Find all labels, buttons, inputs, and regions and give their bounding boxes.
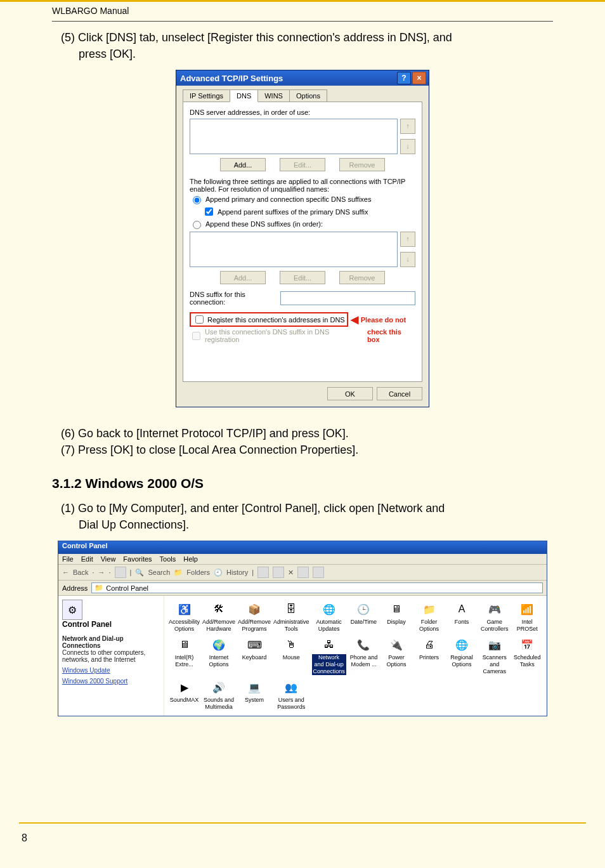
move-down-icon[interactable]: ↓ — [400, 139, 415, 154]
cp-item-icon: 🕒 — [355, 601, 372, 617]
tcpip-dialog: Advanced TCP/IP Settings ? × IP Settings… — [176, 70, 429, 407]
radio-append-these[interactable] — [193, 221, 201, 229]
cp-item-6[interactable]: 🖥Display — [381, 600, 412, 633]
menu-help[interactable]: Help — [183, 555, 198, 563]
cp-item-1[interactable]: 🛠Add/Remove Hardware — [202, 600, 236, 634]
up-icon[interactable] — [115, 567, 126, 578]
check-register-dns[interactable] — [195, 315, 204, 324]
cp-icon-grid: ♿Accessibility Options🛠Add/Remove Hardwa… — [164, 596, 547, 716]
menu-view[interactable]: View — [101, 555, 116, 563]
tb-icon-2[interactable] — [273, 567, 284, 578]
cp-item-label: Automatic Updates — [312, 619, 346, 633]
cp-item-14[interactable]: 🖱Mouse — [273, 635, 310, 668]
cp-item-label: Display — [387, 619, 406, 626]
cp-item-label: Accessibility Options — [169, 619, 200, 633]
cp-item-4[interactable]: 🌐Automatic Updates — [311, 600, 347, 634]
toolbar-search[interactable]: Search — [148, 569, 170, 576]
ok-button[interactable]: OK — [327, 387, 373, 400]
check-append-parent-label: Append parent suffixes of the primary DN… — [218, 208, 368, 216]
cp-item-23[interactable]: 🔊Sounds and Multimedia — [202, 678, 236, 712]
cp-item-2[interactable]: 📦Add/Remove Programs — [237, 600, 271, 634]
cp-item-20[interactable]: 📷Scanners and Cameras — [479, 635, 511, 676]
move-up-icon[interactable]: ↑ — [400, 119, 415, 134]
tab-ip-settings[interactable]: IP Settings — [183, 89, 230, 102]
tab-dns[interactable]: DNS — [230, 89, 258, 102]
dns-server-listbox[interactable] — [190, 119, 398, 154]
cp-item-19[interactable]: 🌐Regional Options — [446, 635, 478, 669]
suffix-edit-button[interactable]: Edit... — [280, 271, 325, 284]
cp-item-13[interactable]: ⌨Keyboard — [237, 635, 271, 668]
toolbar-history[interactable]: History — [226, 569, 248, 576]
step-5-line1: (5) Click [DNS] tab, unselect [Register … — [61, 29, 553, 46]
cp-item-icon: A — [453, 601, 470, 617]
cp-item-9[interactable]: 🎮Game Controllers — [479, 600, 511, 634]
cp-item-10[interactable]: 📶Intel PROSet — [511, 600, 543, 634]
bottom-rule — [19, 822, 586, 824]
cancel-button[interactable]: Cancel — [377, 387, 422, 400]
dns-remove-button[interactable]: Remove — [339, 158, 385, 171]
menu-edit[interactable]: Edit — [81, 555, 93, 563]
cp-item-icon: 🌐 — [321, 601, 337, 617]
check-append-parent[interactable] — [205, 207, 213, 216]
cp-item-label: Add/Remove Hardware — [202, 619, 235, 633]
cp-item-25[interactable]: 👥Users and Passwords — [273, 678, 310, 712]
toolbar-folders[interactable]: Folders — [186, 569, 210, 576]
cp-item-icon: 💻 — [246, 679, 263, 695]
cp-item-24[interactable]: 💻System — [237, 678, 271, 711]
cp-item-12[interactable]: 🌍Internet Options — [202, 635, 236, 669]
cp-item-17[interactable]: 🔌Power Options — [381, 635, 412, 669]
menu-file[interactable]: File — [62, 555, 74, 563]
cp-item-icon: 👥 — [283, 679, 299, 695]
cp-item-label: Printers — [419, 654, 439, 661]
dns-suffix-input[interactable] — [280, 291, 415, 305]
cp-item-21[interactable]: 📅Scheduled Tasks — [511, 635, 543, 669]
close-icon[interactable]: × — [412, 72, 426, 84]
cp-item-15[interactable]: 🖧Network and Dial-up Connections — [311, 635, 347, 676]
cp-item-7[interactable]: 📁Folder Options — [413, 600, 445, 634]
help-icon[interactable]: ? — [397, 72, 411, 84]
suffix-remove-button[interactable]: Remove — [339, 271, 385, 284]
tb-icon-4[interactable] — [313, 567, 324, 578]
cp-item-11[interactable]: 🖥Intel(R) Extre... — [168, 635, 200, 669]
dns-add-button[interactable]: Add... — [220, 158, 266, 171]
cp-item-label: Fonts — [455, 619, 469, 626]
cp-item-icon: 📁 — [421, 601, 438, 617]
suffix-add-button[interactable]: Add... — [220, 271, 266, 284]
tab-wins[interactable]: WINS — [257, 89, 290, 102]
dns-edit-button[interactable]: Edit... — [280, 158, 325, 171]
doc-header: WLBARGO Manual — [52, 6, 553, 16]
cp-left-icon: ⚙ — [62, 600, 82, 620]
cp-item-icon: 📶 — [519, 601, 535, 617]
address-box[interactable]: 📁 Control Panel — [91, 582, 543, 593]
menu-tools[interactable]: Tools — [160, 555, 176, 563]
tab-options[interactable]: Options — [289, 89, 327, 102]
cp-item-16[interactable]: 📞Phone and Modem ... — [348, 635, 380, 669]
cp-item-5[interactable]: 🕒Date/Time — [348, 600, 380, 633]
cp-item-icon: ♿ — [176, 601, 193, 617]
w2k-step-1a: (1) Go to [My Computer], and enter [Cont… — [61, 500, 553, 516]
cp-item-0[interactable]: ♿Accessibility Options — [168, 600, 200, 634]
cp-item-3[interactable]: 🗄Administrative Tools — [273, 600, 310, 634]
dns-suffix-listbox[interactable] — [190, 232, 398, 267]
cp-item-label: Folder Options — [414, 619, 445, 633]
menu-favorites[interactable]: Favorites — [123, 555, 152, 563]
radio-append-these-label: Append these DNS suffixes (in order): — [205, 220, 323, 228]
tb-icon-3[interactable] — [297, 567, 309, 578]
cp-item-icon: 🖧 — [321, 636, 337, 653]
cp-toolbar: ←Back ·→· | 🔍Search 📁Folders 🕘History | … — [58, 565, 547, 581]
dialog-titlebar: Advanced TCP/IP Settings ? × — [176, 70, 429, 86]
link-windows-update[interactable]: Windows Update — [62, 667, 160, 674]
cp-item-icon: 📅 — [519, 636, 535, 653]
step-5-line2: press [OK]. — [79, 46, 553, 62]
radio-append-primary[interactable] — [193, 196, 201, 204]
cp-item-label: Keyboard — [242, 654, 267, 661]
suffix-move-up-icon[interactable]: ↑ — [400, 232, 415, 247]
toolbar-back[interactable]: Back — [73, 569, 88, 576]
suffix-move-down-icon[interactable]: ↓ — [400, 252, 415, 267]
cp-item-18[interactable]: 🖨Printers — [413, 635, 445, 668]
cp-item-22[interactable]: ▶SoundMAX — [168, 678, 200, 711]
cp-item-label: Network and Dial-up Connections — [312, 654, 346, 675]
tb-icon-1[interactable] — [257, 567, 269, 578]
cp-item-8[interactable]: AFonts — [446, 600, 478, 633]
link-win2k-support[interactable]: Windows 2000 Support — [62, 678, 160, 685]
